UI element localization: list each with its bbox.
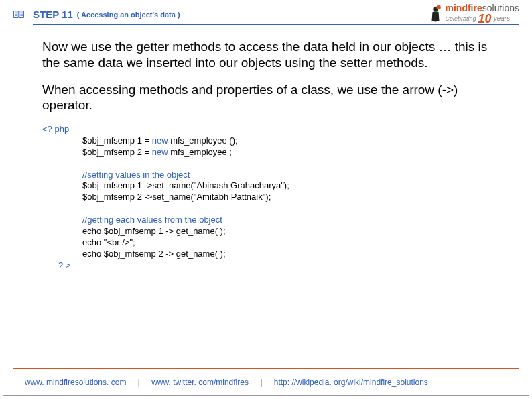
code-line: $obj_mfsemp 2 ->set_name("Amitabh Pattna… — [42, 192, 502, 203]
code-line: $obj_mfsemp 1 ->set_name("Abinash Grahac… — [42, 180, 502, 192]
logo-years: years — [494, 15, 510, 22]
paragraph-1: Now we use the getter methods to access … — [42, 39, 502, 71]
logo-ten: 10 — [478, 12, 492, 25]
footer-link-site[interactable]: www. mindfiresolutions. com — [25, 378, 126, 387]
logo: mindfiresolutions Celebrating 10 years — [428, 3, 520, 25]
slide-frame: STEP 11 ( Accessing an object's data ) m… — [3, 3, 529, 396]
code-comment: //setting values in the object — [42, 170, 502, 181]
step-number: STEP 11 — [33, 9, 73, 20]
footer-sep: | — [138, 378, 140, 387]
code-block: <? php $obj_mfsemp 1 = new mfs_employee … — [42, 124, 502, 272]
code-line: echo "<br />"; — [42, 237, 502, 249]
logo-person-icon — [428, 5, 443, 23]
code-line: echo $obj_mfsemp 1 -> get_name( ); — [42, 226, 502, 237]
footer-link-twitter[interactable]: www. twitter. com/mindfires — [151, 378, 249, 387]
code-line: $obj_mfsemp 1 = new mfs_employee (); — [42, 135, 502, 147]
step-subtitle: ( Accessing an object's data ) — [77, 11, 180, 19]
book-icon — [13, 10, 25, 19]
footer-sep: | — [260, 378, 262, 387]
footer: www. mindfiresolutions. com | www. twitt… — [25, 378, 519, 387]
php-open-tag: <? php — [42, 124, 69, 134]
header: STEP 11 ( Accessing an object's data ) m… — [3, 3, 529, 24]
footer-rule — [13, 368, 519, 369]
php-close-tag: ? > — [42, 260, 70, 270]
code-comment: //getting each values from the object — [42, 215, 502, 226]
logo-celebrating: Celebrating — [446, 15, 476, 22]
svg-point-7 — [436, 5, 440, 9]
footer-link-wikipedia[interactable]: http: //wikipedia. org/wiki/mindfire_sol… — [274, 378, 428, 387]
code-line: $obj_mfsemp 2 = new mfs_employee ; — [42, 147, 502, 158]
code-line: echo $obj_mfsemp 2 -> get_name( ); — [42, 249, 502, 260]
content: Now we use the getter methods to access … — [3, 25, 529, 272]
logo-brand: mindfire — [446, 3, 482, 13]
paragraph-2: When accessing methods and properties of… — [42, 82, 502, 114]
